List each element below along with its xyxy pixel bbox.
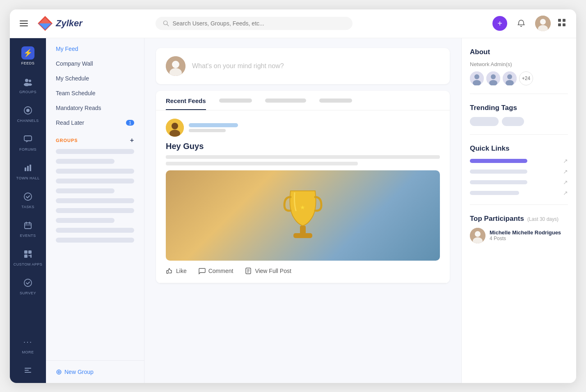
post-item: Hey Guys	[156, 110, 450, 283]
groups-icon	[21, 75, 34, 88]
tasks-icon	[21, 190, 34, 203]
sidebar-item-townhall[interactable]: TOWN HALL	[10, 156, 46, 185]
nav-item-company-wall[interactable]: Company Wall	[46, 56, 144, 71]
trophy-icon: ★	[280, 183, 325, 248]
like-button[interactable]: Like	[166, 267, 187, 275]
admin-avatar-2	[486, 71, 500, 85]
grid-menu-button[interactable]	[557, 18, 566, 29]
svg-marker-1	[39, 17, 52, 23]
custom-apps-icon	[21, 248, 34, 261]
nav-item-my-feed[interactable]: My Feed	[46, 41, 144, 56]
quick-links-list: ↗ ↗ ↗ ↗	[470, 158, 568, 196]
group-placeholder-3	[56, 169, 134, 174]
search-input[interactable]	[172, 20, 345, 27]
svg-rect-42	[300, 226, 306, 234]
view-full-post-button[interactable]: View Full Post	[245, 267, 291, 275]
tab-placeholder-3[interactable]	[319, 92, 352, 108]
svg-rect-34	[25, 370, 29, 371]
quick-link-bar-3	[470, 180, 527, 184]
quick-link-bar-4	[470, 191, 519, 195]
trending-tags	[470, 117, 568, 126]
svg-point-59	[475, 231, 481, 237]
hamburger-menu[interactable]	[20, 21, 28, 26]
sidebar-item-more[interactable]: ··· MORE	[10, 330, 46, 359]
townhall-icon	[21, 161, 34, 174]
svg-point-50	[474, 74, 479, 79]
post-author-name-placeholder	[189, 123, 238, 127]
svg-point-6	[540, 19, 546, 25]
add-button[interactable]: +	[492, 16, 507, 31]
nav-item-read-later[interactable]: Read Later 1	[46, 115, 144, 130]
new-group-button[interactable]: ⊕ New Group	[46, 360, 144, 383]
tag-placeholder-1	[470, 117, 499, 126]
top-participants-period: (Last 30 days)	[527, 216, 559, 222]
svg-line-4	[167, 24, 169, 26]
svg-rect-43	[293, 233, 312, 238]
participant-info-1: Michelle Michelle Rodrigues 4 Posts	[490, 229, 561, 241]
nav-item-my-schedule[interactable]: My Schedule	[46, 71, 144, 86]
sidebar-item-feeds[interactable]: ⚡ FEEDS	[10, 41, 46, 70]
top-nav: Zylker +	[10, 9, 576, 38]
document-icon	[245, 267, 252, 275]
sidebar-item-custom-apps[interactable]: CUSTOM APPS	[10, 243, 46, 271]
app-body: ⚡ FEEDS GROUPS	[10, 38, 576, 383]
tab-placeholder-1[interactable]	[219, 92, 252, 108]
trending-tags-title: Trending Tags	[470, 104, 568, 112]
search-bar[interactable]	[156, 17, 353, 30]
user-avatar[interactable]	[535, 16, 551, 31]
quick-link-arrow-2[interactable]: ↗	[563, 168, 568, 175]
nav-item-team-schedule[interactable]: Team Schedule	[46, 86, 144, 101]
participant-avatar-1	[470, 228, 485, 243]
quick-link-arrow-3[interactable]: ↗	[563, 179, 568, 186]
trending-tags-section: Trending Tags	[470, 104, 568, 135]
sidebar-collapse-button[interactable]	[23, 366, 32, 376]
grid-icon	[557, 18, 566, 27]
group-placeholder-7	[56, 208, 134, 213]
sidebar-item-forums[interactable]: FORUMS	[10, 128, 46, 156]
admin-more-button[interactable]: +24	[519, 71, 533, 85]
quick-link-1: ↗	[470, 158, 568, 164]
sidebar-item-groups[interactable]: GROUPS	[10, 70, 46, 99]
sidebar-item-channels[interactable]: CHANNELS	[10, 99, 46, 128]
more-icon: ···	[21, 335, 34, 348]
comment-button[interactable]: Comment	[198, 267, 233, 275]
svg-rect-31	[30, 254, 32, 258]
participant-item-1: Michelle Michelle Rodrigues 4 Posts	[470, 228, 568, 243]
compose-placeholder[interactable]: What's on your mind right now?	[192, 62, 284, 70]
sidebar-item-events[interactable]: EVENTS	[10, 214, 46, 243]
tab-placeholder-2[interactable]	[265, 92, 306, 108]
sidebar-item-tasks[interactable]: TASKS	[10, 185, 46, 214]
group-placeholder-1	[56, 149, 134, 154]
add-group-button[interactable]: +	[130, 137, 134, 144]
logo-icon	[38, 16, 53, 31]
about-section: About Network Admin(s) +24	[470, 48, 568, 94]
svg-rect-23	[25, 223, 31, 229]
svg-rect-29	[24, 254, 27, 258]
quick-link-arrow-1[interactable]: ↗	[563, 158, 568, 164]
post-body-line-1	[166, 155, 440, 159]
svg-rect-9	[563, 19, 565, 22]
search-icon	[163, 20, 169, 27]
nav-item-mandatory-reads[interactable]: Mandatory Reads	[46, 101, 144, 115]
events-icon	[21, 219, 34, 232]
svg-rect-20	[27, 166, 29, 171]
tab-recent-feeds[interactable]: Recent Feeds	[166, 91, 206, 110]
svg-point-22	[24, 193, 32, 200]
nav-actions: +	[492, 16, 566, 31]
like-icon	[166, 267, 173, 275]
logo: Zylker	[38, 16, 82, 31]
quick-link-bar-1	[470, 159, 527, 163]
nav-panel: My Feed Company Wall My Schedule Team Sc…	[46, 38, 144, 383]
top-participants-header: Top Participants (Last 30 days)	[470, 215, 568, 223]
quick-link-arrow-4[interactable]: ↗	[563, 190, 568, 196]
groups-section-label: GROUPS +	[46, 130, 144, 147]
quick-links-title: Quick Links	[470, 144, 568, 153]
svg-text:★: ★	[300, 204, 305, 211]
sidebar-item-survey[interactable]: SURVEY	[10, 271, 46, 300]
notification-bell[interactable]	[514, 16, 529, 31]
comment-icon	[198, 267, 206, 275]
post-meta	[189, 123, 238, 132]
forums-icon	[21, 133, 34, 146]
group-placeholder-8	[56, 218, 114, 223]
svg-point-53	[491, 74, 496, 79]
